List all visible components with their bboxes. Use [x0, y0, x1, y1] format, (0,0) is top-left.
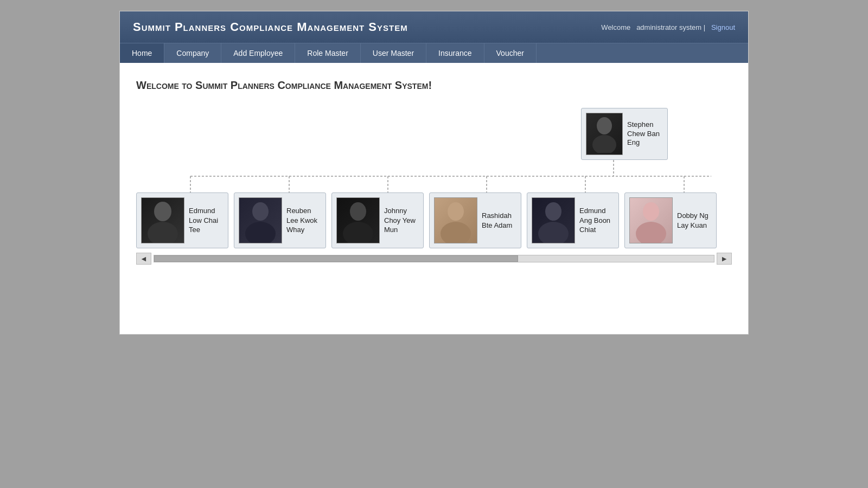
- scroll-thumb: [154, 255, 518, 262]
- top-node-stephen[interactable]: Stephen Chew Ban Eng: [581, 108, 668, 160]
- nav-add-employee[interactable]: Add Employee: [221, 43, 295, 63]
- stephen-photo: [586, 113, 623, 155]
- dobby-photo: [629, 197, 673, 243]
- app-title: Summit Planners Compliance Management Sy…: [133, 20, 408, 34]
- rashidah-photo: [434, 197, 477, 243]
- svg-point-10: [154, 202, 171, 221]
- nav-user-master[interactable]: User Master: [361, 43, 426, 63]
- johnny-name: Johnny Choy Yew Mun: [384, 206, 419, 235]
- org-chart: Stephen Chew Ban Eng: [136, 108, 732, 248]
- navbar: Home Company Add Employee Role Master Us…: [120, 43, 748, 63]
- nav-insurance[interactable]: Insurance: [426, 43, 484, 63]
- org-chart-container[interactable]: Stephen Chew Ban Eng: [136, 108, 732, 270]
- rashidah-name: Rashidah Bte Adam: [482, 211, 516, 230]
- svg-point-11: [148, 222, 178, 243]
- main-window: Summit Planners Compliance Management Sy…: [119, 11, 749, 335]
- edmund2-photo: [532, 197, 575, 243]
- dobby-name: Dobby Ng Lay Kuan: [677, 211, 712, 230]
- svg-point-21: [636, 222, 666, 243]
- content-area: Welcome to Summit Planners Compliance Ma…: [120, 63, 748, 334]
- scroll-right-arrow[interactable]: ►: [717, 253, 732, 265]
- user-name-text: administrator system |: [636, 23, 705, 31]
- child-node-johnny[interactable]: Johnny Choy Yew Mun: [331, 192, 424, 248]
- children-level: Edmund Low Chai Tee Reuben Lee Kwok Whay: [136, 192, 732, 248]
- nav-company[interactable]: Company: [164, 43, 221, 63]
- svg-point-0: [597, 117, 612, 134]
- svg-point-15: [343, 222, 373, 243]
- nav-home[interactable]: Home: [120, 43, 164, 63]
- svg-point-20: [643, 202, 659, 221]
- reuben-name: Reuben Lee Kwok Whay: [286, 206, 321, 235]
- signout-link[interactable]: Signout: [711, 23, 735, 31]
- welcome-text: Welcome: [601, 23, 630, 31]
- child-node-rashidah[interactable]: Rashidah Bte Adam: [429, 192, 521, 248]
- reuben-photo: [239, 197, 282, 243]
- svg-point-1: [592, 135, 616, 153]
- svg-point-17: [441, 222, 471, 243]
- johnny-photo: [336, 197, 380, 243]
- svg-point-16: [448, 202, 464, 221]
- nav-voucher[interactable]: Voucher: [484, 43, 537, 63]
- welcome-title: Welcome to Summit Planners Compliance Ma…: [136, 79, 732, 92]
- child-node-edmund1[interactable]: Edmund Low Chai Tee: [136, 192, 228, 248]
- svg-point-13: [245, 222, 276, 243]
- svg-point-18: [545, 202, 561, 221]
- svg-point-14: [350, 202, 366, 221]
- edmund1-photo: [141, 197, 184, 243]
- child-node-reuben[interactable]: Reuben Lee Kwok Whay: [234, 192, 326, 248]
- stephen-name: Stephen Chew Ban Eng: [627, 120, 663, 148]
- child-node-dobby[interactable]: Dobby Ng Lay Kuan: [624, 192, 717, 248]
- scroll-bar-area: ◄ ►: [136, 253, 732, 265]
- edmund1-name: Edmund Low Chai Tee: [189, 206, 224, 235]
- scroll-track[interactable]: [154, 255, 714, 262]
- child-node-edmund2[interactable]: Edmund Ang Boon Chiat: [527, 192, 619, 248]
- header: Summit Planners Compliance Management Sy…: [120, 11, 748, 43]
- nav-role-master[interactable]: Role Master: [295, 43, 360, 63]
- header-user-info: Welcome administrator system | Signout: [601, 23, 735, 31]
- svg-point-12: [252, 202, 269, 221]
- edmund2-name: Edmund Ang Boon Chiat: [579, 206, 614, 235]
- top-level-row: Stephen Chew Ban Eng: [136, 108, 732, 160]
- scroll-left-arrow[interactable]: ◄: [136, 253, 151, 265]
- svg-point-19: [538, 222, 569, 243]
- connector-lines: [136, 160, 732, 192]
